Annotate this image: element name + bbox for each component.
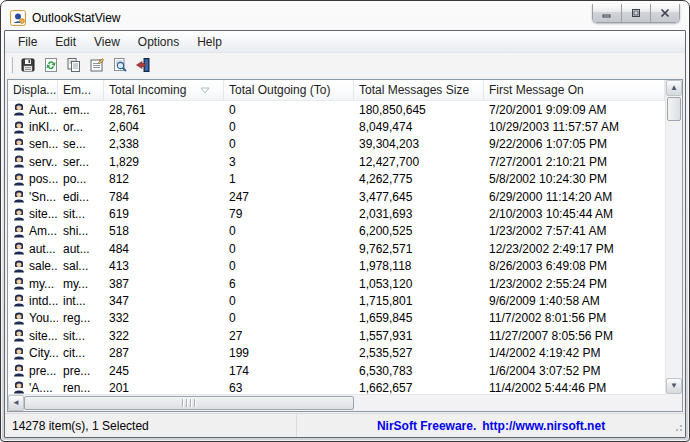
table-row[interactable]: Aut... em... 28,761 0 180,850,645 7/20/2…: [8, 101, 665, 118]
horizontal-scrollbar[interactable]: ◄ ►: [8, 394, 682, 411]
scroll-down-button[interactable]: ▼: [666, 378, 682, 394]
cell-display-name: pre...: [8, 364, 58, 378]
cell-first-message-on: 1/23/2002 2:55:24 PM: [484, 277, 665, 291]
person-icon: [13, 277, 25, 290]
table-row[interactable]: intd... int... 347 0 1,715,801 9/6/2009 …: [8, 292, 665, 309]
column-header-total-messages-size[interactable]: Total Messages Size: [354, 80, 484, 100]
column-header-total-outgoing[interactable]: Total Outgoing (To): [224, 80, 354, 100]
table-row[interactable]: Am... shi... 518 0 6,200,525 1/23/2002 7…: [8, 223, 665, 240]
cell-total-messages-size: 1,053,120: [354, 277, 484, 291]
copy-button[interactable]: [62, 54, 85, 76]
cell-total-incoming: 322: [104, 329, 224, 343]
cell-total-messages-size: 1,662,657: [354, 381, 484, 394]
person-icon: [13, 329, 25, 342]
cell-email: reg...: [58, 311, 104, 325]
menu-view[interactable]: View: [85, 33, 129, 51]
table-row[interactable]: sen... se... 2,338 0 39,304,203 9/22/200…: [8, 136, 665, 153]
menu-help[interactable]: Help: [188, 33, 231, 51]
nirsoft-brand-text: NirSoft Freeware.: [377, 419, 476, 433]
table-row[interactable]: my... my... 387 6 1,053,120 1/23/2002 2:…: [8, 275, 665, 292]
nirsoft-url-link[interactable]: http://www.nirsoft.net: [482, 419, 605, 433]
table-row[interactable]: City... cit... 287 199 2,535,527 1/4/200…: [8, 344, 665, 361]
save-button[interactable]: [16, 54, 39, 76]
scroll-up-button[interactable]: ▲: [666, 80, 682, 96]
close-button[interactable]: [651, 4, 679, 22]
cell-total-incoming: 484: [104, 242, 224, 256]
cell-email: edi...: [58, 190, 104, 204]
find-button[interactable]: [108, 54, 131, 76]
status-branding: NirSoft Freeware. http://www.nirsoft.net: [297, 419, 685, 433]
cell-total-messages-size: 39,304,203: [354, 137, 484, 151]
person-icon: [13, 121, 25, 134]
table-row[interactable]: pos... po... 812 1 4,262,775 5/8/2002 10…: [8, 171, 665, 188]
properties-button[interactable]: [85, 54, 108, 76]
horizontal-scroll-track[interactable]: [354, 395, 666, 411]
scroll-left-button[interactable]: ◄: [8, 395, 24, 411]
table-row[interactable]: aut... aut... 484 0 9,762,571 12/23/2002…: [8, 240, 665, 257]
vertical-scrollbar[interactable]: ▲ ▼: [665, 80, 682, 394]
cell-display-name: You...: [8, 311, 58, 325]
cell-display-name: pos...: [8, 172, 58, 186]
refresh-button[interactable]: [39, 54, 62, 76]
exit-button[interactable]: [131, 54, 154, 76]
find-icon: [112, 57, 128, 73]
cell-total-incoming: 347: [104, 294, 224, 308]
table-row[interactable]: inKl... or... 2,604 0 8,049,474 10/29/20…: [8, 118, 665, 135]
column-header-display-name[interactable]: Displa...: [8, 80, 58, 100]
cell-email: ren...: [58, 381, 104, 394]
app-window: OutlookStatView File Edit View Options H…: [0, 0, 690, 442]
table-row[interactable]: pre... pre... 245 174 6,530,783 1/6/2004…: [8, 362, 665, 379]
cell-total-incoming: 387: [104, 277, 224, 291]
table-row[interactable]: 'Sn... edi... 784 247 3,477,645 6/29/200…: [8, 188, 665, 205]
table-row[interactable]: serv... ser... 1,829 3 12,427,700 7/27/2…: [8, 153, 665, 170]
cell-total-messages-size: 2,031,693: [354, 207, 484, 221]
column-header-total-incoming[interactable]: Total Incoming: [104, 80, 224, 100]
cell-email: ser...: [58, 155, 104, 169]
cell-total-messages-size: 6,530,783: [354, 364, 484, 378]
cell-display-name: sale...: [8, 259, 58, 273]
message-stats-list: Displa... Em... Total Incoming Total Out…: [7, 79, 683, 412]
sort-descending-icon: [200, 87, 210, 94]
resize-grip[interactable]: [673, 421, 683, 435]
scroll-thumb-grip: [182, 399, 196, 407]
titlebar[interactable]: OutlookStatView: [4, 4, 686, 30]
cell-display-name: my...: [8, 277, 58, 291]
save-icon: [20, 57, 36, 73]
cell-total-outgoing: 174: [224, 364, 354, 378]
cell-email: or...: [58, 120, 104, 134]
cell-display-name: Am...: [8, 224, 58, 238]
maximize-button[interactable]: [622, 4, 651, 22]
cell-total-outgoing: 0: [224, 224, 354, 238]
cell-first-message-on: 11/4/2002 5:44:46 PM: [484, 381, 665, 394]
status-items-count: 14278 item(s), 1 Selected: [5, 414, 297, 437]
cell-total-outgoing: 63: [224, 381, 354, 394]
table-row[interactable]: sale... sal... 413 0 1,978,118 8/26/2003…: [8, 258, 665, 275]
cell-display-name: serv...: [8, 155, 58, 169]
cell-first-message-on: 7/27/2001 2:10:21 PM: [484, 155, 665, 169]
column-header-first-message-on[interactable]: First Message On: [484, 80, 665, 100]
person-icon: [13, 347, 25, 360]
table-row[interactable]: You... reg... 332 0 1,659,845 11/7/2002 …: [8, 310, 665, 327]
cell-email: sit...: [58, 329, 104, 343]
person-icon: [13, 173, 25, 186]
table-row[interactable]: site... sit... 322 27 1,557,931 11/27/20…: [8, 327, 665, 344]
menu-options[interactable]: Options: [129, 33, 188, 51]
table-row[interactable]: 'A.... ren... 201 63 1,662,657 11/4/2002…: [8, 379, 665, 394]
vertical-scroll-track[interactable]: [666, 122, 682, 378]
minimize-button[interactable]: [593, 4, 622, 22]
menu-edit[interactable]: Edit: [46, 33, 85, 51]
cell-total-outgoing: 199: [224, 346, 354, 360]
cell-total-outgoing: 0: [224, 259, 354, 273]
horizontal-scroll-thumb[interactable]: [24, 396, 354, 410]
scrollbar-corner: [665, 394, 682, 411]
menu-file[interactable]: File: [9, 33, 46, 51]
table-row[interactable]: site... sit... 619 79 2,031,693 2/10/200…: [8, 205, 665, 222]
window-controls: [592, 4, 680, 23]
vertical-scroll-thumb[interactable]: [667, 97, 681, 121]
cell-total-outgoing: 0: [224, 242, 354, 256]
cell-first-message-on: 7/20/2001 9:09:09 AM: [484, 103, 665, 117]
cell-first-message-on: 8/26/2003 6:49:08 PM: [484, 259, 665, 273]
cell-total-incoming: 28,761: [104, 103, 224, 117]
column-header-email[interactable]: Em...: [58, 80, 104, 100]
cell-total-incoming: 518: [104, 224, 224, 238]
